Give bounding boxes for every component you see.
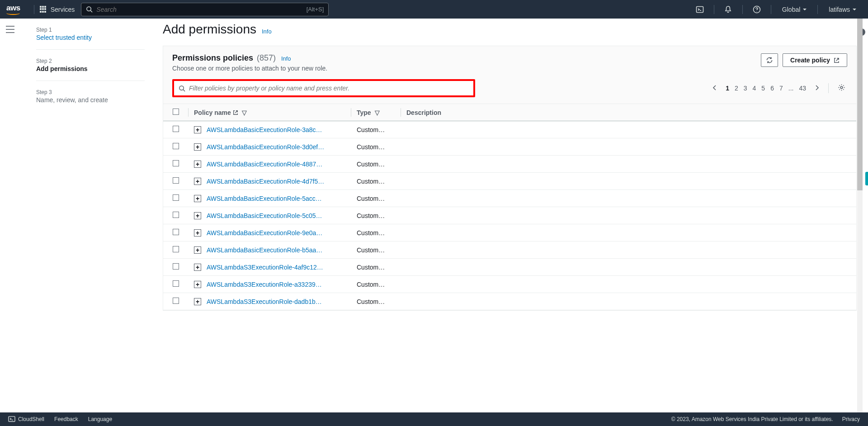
search-shortcut: [Alt+S]: [307, 6, 324, 13]
search-icon: [86, 6, 93, 13]
search-input[interactable]: [96, 6, 306, 13]
caret-down-icon: [803, 9, 807, 10]
nav-separator: [771, 5, 771, 14]
cloudshell-icon-button[interactable]: [691, 0, 708, 19]
nav-separator: [714, 5, 714, 14]
nav-separator: [34, 5, 34, 14]
user-label: latifaws: [829, 6, 850, 13]
caret-down-icon: [853, 9, 856, 10]
aws-logo[interactable]: aws: [6, 4, 20, 15]
services-menu[interactable]: Services: [40, 6, 75, 13]
notifications-button[interactable]: [720, 0, 737, 19]
bell-icon: [724, 5, 732, 14]
help-button[interactable]: [748, 0, 765, 19]
svg-point-5: [756, 11, 757, 11]
top-nav: aws Services [Alt+S] Global latifaws: [0, 0, 868, 19]
region-selector[interactable]: Global: [777, 0, 812, 19]
svg-point-0: [87, 7, 91, 11]
help-icon: [753, 5, 761, 14]
region-label: Global: [782, 6, 800, 13]
global-search[interactable]: [Alt+S]: [81, 3, 329, 16]
nav-separator: [817, 5, 818, 14]
nav-separator: [742, 5, 743, 14]
services-label: Services: [51, 6, 75, 13]
grid-icon: [40, 6, 47, 13]
account-menu[interactable]: latifaws: [823, 0, 862, 19]
svg-line-1: [91, 10, 93, 12]
cloudshell-icon: [696, 5, 704, 14]
